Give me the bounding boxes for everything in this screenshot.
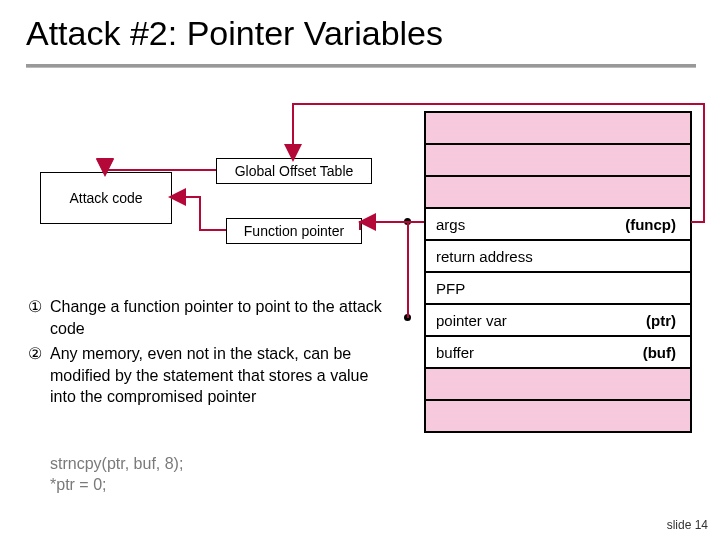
code-line-2: *ptr = 0; <box>50 475 183 496</box>
stack-row <box>424 369 692 401</box>
circled-number-1: ① <box>28 296 50 339</box>
circled-number-2: ② <box>28 343 50 408</box>
code-line-1: strncpy(ptr, buf, 8); <box>50 454 183 475</box>
stack-row <box>424 177 692 209</box>
stack-row-args: args(funcp) <box>424 209 692 241</box>
stack-row <box>424 401 692 431</box>
stack-frame: args(funcp) return address PFP pointer v… <box>424 111 692 433</box>
title-divider <box>26 64 696 68</box>
attack-code-box: Attack code <box>40 172 172 224</box>
code-snippet: strncpy(ptr, buf, 8); *ptr = 0; <box>50 454 183 496</box>
slide-title: Attack #2: Pointer Variables <box>26 14 443 53</box>
function-pointer-label: Function pointer <box>244 223 344 239</box>
body-text: ① Change a function pointer to point to … <box>28 296 388 412</box>
body-item-1: ① Change a function pointer to point to … <box>28 296 388 339</box>
stack-row-pfp: PFP <box>424 273 692 305</box>
got-box: Global Offset Table <box>216 158 372 184</box>
stack-row <box>424 145 692 177</box>
got-label: Global Offset Table <box>235 163 354 179</box>
slide-number: slide 14 <box>667 518 708 532</box>
stack-row <box>424 113 692 145</box>
stack-row-buffer: buffer(buf) <box>424 337 692 369</box>
dot-ptrvar <box>404 314 411 321</box>
body-item-2: ② Any memory, even not in the stack, can… <box>28 343 388 408</box>
stack-row-return-address: return address <box>424 241 692 273</box>
body-item-2-text: Any memory, even not in the stack, can b… <box>50 343 388 408</box>
function-pointer-box: Function pointer <box>226 218 362 244</box>
body-item-1-text: Change a function pointer to point to th… <box>50 296 388 339</box>
dot-args <box>404 218 411 225</box>
attack-code-label: Attack code <box>69 190 142 206</box>
stack-row-pointer-var: pointer var(ptr) <box>424 305 692 337</box>
